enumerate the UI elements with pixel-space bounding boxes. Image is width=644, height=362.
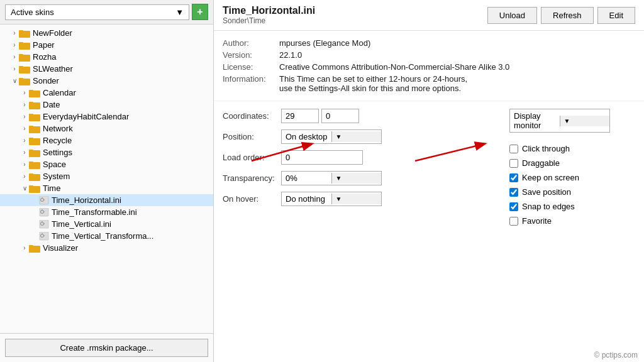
edit-button[interactable]: Edit [597, 7, 635, 24]
spacer: › [30, 209, 39, 216]
tree-label: Time_Vertical_Transforma... [52, 231, 153, 241]
favorite-checkbox[interactable] [509, 217, 518, 226]
file-icon [39, 196, 49, 205]
tree-item-time-vertical-transforma[interactable]: › Time_Vertical_Transforma... [0, 230, 213, 242]
saveposition-label: Save position [522, 187, 571, 197]
skin-tree[interactable]: › NewFolder › Paper › [0, 25, 213, 333]
clickthrough-checkbox[interactable] [509, 145, 518, 153]
skin-header: Time_Horizontal.ini Sonder\Time Unload R… [214, 0, 644, 31]
version-value: 22.1.0 [279, 50, 635, 60]
loadorder-input[interactable] [281, 150, 363, 165]
active-skins-label: Active skins [11, 8, 54, 17]
svg-rect-1 [19, 30, 23, 32]
refresh-button[interactable]: Refresh [541, 7, 594, 24]
unload-button[interactable]: Unload [487, 7, 537, 24]
tree-item-time-vertical[interactable]: › Time_Vertical.ini [0, 218, 213, 230]
loadorder-label: Load order: [223, 153, 276, 162]
tree-item-slweather[interactable]: › SLWeather [0, 63, 213, 75]
svg-rect-45 [29, 245, 33, 247]
tree-item-time-transformable[interactable]: › Time_Transformable.ini [0, 206, 213, 218]
folder-open-icon [19, 77, 30, 85]
draggable-checkbox-row[interactable]: Draggable [509, 158, 635, 168]
chevron-down-icon: ∨ [20, 185, 29, 192]
transparency-dropdown[interactable]: 0% ▼ [281, 171, 382, 185]
chevron-icon: › [10, 65, 19, 72]
properties-section: Coordinates: Position: On desktop ▼ [214, 101, 644, 362]
tree-item-date[interactable]: › Date [0, 99, 213, 111]
svg-rect-25 [29, 173, 33, 175]
chevron-icon: › [20, 101, 29, 108]
spacer: › [30, 221, 39, 228]
coord-x-input[interactable] [281, 109, 319, 123]
information-value: This Time can be set to either 12-hours … [279, 74, 635, 93]
author-value: mpurses (Elegance Mod) [279, 38, 635, 48]
folder-icon [29, 124, 40, 133]
clickthrough-checkbox-row[interactable]: Click through [509, 144, 635, 153]
tree-item-sonder[interactable]: ∨ Sonder [0, 75, 213, 87]
create-rmskin-button[interactable]: Create .rmskin package... [5, 339, 208, 357]
svg-rect-11 [29, 90, 33, 92]
left-panel: Active skins ▼ + › NewFolder › [0, 0, 214, 362]
onhover-dropdown[interactable]: Do nothing ▼ [281, 192, 382, 206]
info-row-license: License: Creative Commons Attribution-No… [223, 62, 635, 72]
draggable-checkbox[interactable] [509, 159, 518, 168]
onhover-value: Do nothing [282, 192, 331, 206]
chevron-icon: › [20, 149, 29, 156]
skin-filename: Time_Horizontal.ini [223, 5, 487, 16]
tree-item-recycle[interactable]: › Recycle [0, 134, 213, 146]
info-row-version: Version: 22.1.0 [223, 50, 635, 60]
props-left-column: Coordinates: Position: On desktop ▼ [223, 109, 497, 354]
tree-item-time[interactable]: ∨ Time [0, 182, 213, 194]
tree-item-system[interactable]: › System [0, 170, 213, 182]
add-skin-button[interactable]: + [192, 4, 208, 20]
saveposition-checkbox-row[interactable]: Save position [509, 187, 635, 197]
monitor-dropdown[interactable]: Display monitor ▼ [509, 109, 610, 133]
tree-item-settings[interactable]: › Settings [0, 146, 213, 158]
tree-label: Recycle [43, 136, 72, 145]
tree-label: NewFolder [33, 28, 72, 38]
chevron-icon: › [20, 89, 29, 96]
tree-item-visualizer[interactable]: › Visualizer [0, 242, 213, 254]
chevron-icon: › [10, 53, 19, 60]
favorite-checkbox-row[interactable]: Favorite [509, 216, 635, 226]
tree-item-paper[interactable]: › Paper [0, 39, 213, 51]
snaptoedges-checkbox[interactable] [509, 202, 518, 211]
chevron-icon: › [20, 125, 29, 132]
coordinates-label: Coordinates: [223, 111, 276, 121]
folder-icon [19, 65, 30, 74]
tree-item-everydayhabit[interactable]: › EverydayHabitCalendar [0, 111, 213, 123]
tree-item-newfolder[interactable]: › NewFolder [0, 27, 213, 39]
file-icon [39, 208, 49, 217]
active-skins-dropdown[interactable]: Active skins ▼ [5, 4, 189, 20]
tree-item-space[interactable]: › Space [0, 158, 213, 170]
tree-label: Rozha [33, 52, 57, 62]
tree-item-calendar[interactable]: › Calendar [0, 87, 213, 99]
saveposition-checkbox[interactable] [509, 188, 518, 197]
snaptoedges-label: Snap to edges [522, 202, 575, 211]
keeponscreen-checkbox-row[interactable]: Keep on screen [509, 173, 635, 182]
position-dropdown[interactable]: On desktop ▼ [281, 129, 382, 144]
svg-rect-5 [19, 54, 23, 56]
folder-icon [19, 53, 30, 62]
keeponscreen-checkbox[interactable] [509, 173, 518, 182]
skin-path: Sonder\Time [223, 16, 487, 25]
snaptoedges-checkbox-row[interactable]: Snap to edges [509, 202, 635, 211]
info-row-information: Information: This Time can be set to eit… [223, 74, 635, 93]
clickthrough-label: Click through [522, 144, 570, 153]
chevron-icon: › [10, 30, 19, 36]
tree-item-network[interactable]: › Network [0, 123, 213, 134]
tree-item-time-horizontal[interactable]: › Time_Horizontal.ini [0, 194, 213, 206]
folder-icon [29, 148, 40, 157]
loadorder-row: Load order: [223, 150, 497, 165]
folder-icon [29, 89, 40, 97]
monitor-dropdown-arrow-icon: ▼ [560, 116, 610, 126]
svg-rect-3 [19, 42, 23, 44]
license-label: License: [223, 62, 279, 72]
position-row: Position: On desktop ▼ [223, 129, 497, 144]
folder-icon [29, 112, 40, 121]
tree-label: SLWeather [33, 64, 73, 74]
transparency-dropdown-arrow-icon: ▼ [331, 173, 382, 184]
tree-label: Settings [43, 148, 72, 157]
coord-y-input[interactable] [321, 109, 359, 123]
tree-item-rozha[interactable]: › Rozha [0, 51, 213, 63]
